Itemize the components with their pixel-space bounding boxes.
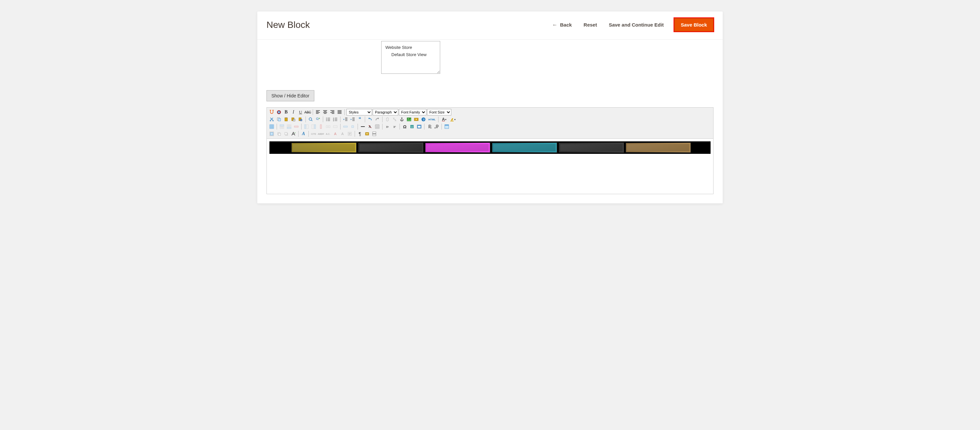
variable-icon[interactable] [276, 109, 282, 115]
row-after-icon[interactable] [286, 123, 292, 130]
del-icon[interactable]: A [332, 131, 339, 137]
save-block-button[interactable]: Save Block [674, 18, 714, 32]
row-props-icon[interactable] [342, 123, 349, 130]
styles-select[interactable]: Styles [347, 109, 372, 115]
media-icon[interactable] [413, 116, 420, 123]
col-after-icon[interactable] [310, 123, 317, 130]
hr-icon[interactable] [360, 123, 366, 130]
merge-cells-icon[interactable] [332, 123, 339, 130]
ins-icon[interactable]: A [339, 131, 346, 137]
nbsp-icon[interactable] [364, 131, 371, 137]
cite-icon[interactable]: CITE [310, 131, 317, 137]
widget-icon[interactable] [269, 109, 275, 115]
outdent-icon[interactable] [342, 116, 349, 123]
replace-icon[interactable] [315, 116, 321, 123]
svg-rect-58 [278, 133, 280, 136]
svg-point-49 [411, 126, 412, 126]
store-view-option-default[interactable]: Default Store View [385, 51, 437, 58]
acronym-icon[interactable]: A.C. [325, 131, 331, 137]
backward-icon[interactable] [283, 131, 290, 137]
content-banner-image [269, 141, 711, 154]
separator [340, 117, 340, 122]
absolute-icon[interactable] [290, 131, 297, 137]
page-container: New Block ← Back Reset Save and Continue… [257, 11, 723, 203]
strikethrough-icon[interactable]: ABC [304, 109, 311, 115]
svg-rect-52 [418, 126, 420, 128]
layer-icon[interactable] [269, 131, 275, 137]
blockquote-icon[interactable]: “ [356, 116, 363, 123]
visual-aid-icon[interactable] [374, 123, 380, 130]
bullet-list-icon[interactable] [325, 116, 331, 123]
row-before-icon[interactable] [278, 123, 285, 130]
svg-text:A: A [369, 125, 371, 129]
unlink-icon[interactable] [391, 116, 398, 123]
font-size-select[interactable]: Font Size [427, 109, 451, 115]
align-center-icon[interactable] [322, 109, 328, 115]
help-icon[interactable]: ? [420, 116, 427, 123]
align-right-icon[interactable] [329, 109, 336, 115]
align-left-icon[interactable] [315, 109, 321, 115]
font-family-select[interactable]: Font Family [399, 109, 426, 115]
anchor-icon[interactable] [399, 116, 405, 123]
fullscreen-icon[interactable] [444, 123, 450, 130]
rtl-icon[interactable] [433, 123, 440, 130]
store-view-select[interactable]: Main Website Store Default Store View [381, 41, 440, 74]
redo-icon[interactable] [374, 116, 380, 123]
svg-rect-6 [278, 118, 280, 121]
paste-word-icon[interactable]: W [297, 116, 304, 123]
align-justify-icon[interactable] [336, 109, 343, 115]
delete-row-icon[interactable] [293, 123, 299, 130]
toggle-editor-button[interactable]: Show / Hide Editor [266, 90, 314, 101]
indent-icon[interactable] [349, 116, 356, 123]
special-char-icon[interactable]: Ω [401, 123, 408, 130]
table-icon[interactable] [269, 123, 275, 130]
banner-thumb [425, 142, 490, 152]
back-button[interactable]: ← Back [551, 20, 573, 30]
svg-text:?: ? [423, 118, 425, 121]
copy-icon[interactable] [276, 116, 282, 123]
image-icon[interactable] [406, 116, 412, 123]
col-before-icon[interactable] [303, 123, 310, 130]
separator [313, 109, 313, 115]
superscript-icon[interactable]: x² [391, 123, 398, 130]
bold-icon[interactable]: B [283, 109, 290, 115]
visualchars-icon[interactable]: ¶ [356, 131, 363, 137]
ltr-icon[interactable] [426, 123, 433, 130]
subscript-icon[interactable]: x₂ [384, 123, 391, 130]
forward-icon[interactable] [276, 131, 282, 137]
text-color-icon[interactable]: A▾ [440, 116, 448, 123]
underline-icon[interactable]: U [297, 109, 304, 115]
svg-rect-40 [320, 125, 321, 129]
split-cells-icon[interactable] [325, 123, 331, 130]
style-props-icon[interactable]: A [300, 131, 307, 137]
cell-props-icon[interactable] [349, 123, 356, 130]
delete-col-icon[interactable] [318, 123, 324, 130]
undo-icon[interactable] [367, 116, 373, 123]
find-icon[interactable] [307, 116, 314, 123]
cut-icon[interactable] [269, 116, 275, 123]
store-view-option-website-store[interactable]: Main Website Store [385, 44, 437, 51]
html-icon[interactable]: HTML [427, 116, 437, 123]
editor-content[interactable] [267, 141, 713, 194]
attribs-icon[interactable] [347, 131, 353, 137]
svg-point-25 [408, 118, 409, 119]
emoticon-icon[interactable] [409, 123, 415, 130]
svg-rect-38 [312, 125, 314, 129]
svg-rect-35 [294, 126, 298, 127]
iframe-icon[interactable] [416, 123, 423, 130]
reset-button[interactable]: Reset [582, 20, 598, 30]
separator [344, 109, 345, 115]
number-list-icon[interactable]: 123 [332, 116, 339, 123]
remove-format-icon[interactable]: A [367, 123, 373, 130]
save-continue-button[interactable]: Save and Continue Edit [607, 20, 665, 30]
italic-icon[interactable]: I [290, 109, 297, 115]
paste-text-icon[interactable]: T [290, 116, 297, 123]
page-title: New Block [266, 20, 310, 30]
bg-color-icon[interactable]: ▾ [449, 116, 457, 123]
link-icon[interactable] [384, 116, 391, 123]
page-header: New Block ← Back Reset Save and Continue… [257, 11, 723, 40]
paragraph-select[interactable]: Paragraph [373, 109, 398, 115]
abbr-icon[interactable]: ABBR [318, 131, 324, 137]
pagebreak-icon[interactable] [371, 131, 377, 137]
paste-icon[interactable] [283, 116, 290, 123]
